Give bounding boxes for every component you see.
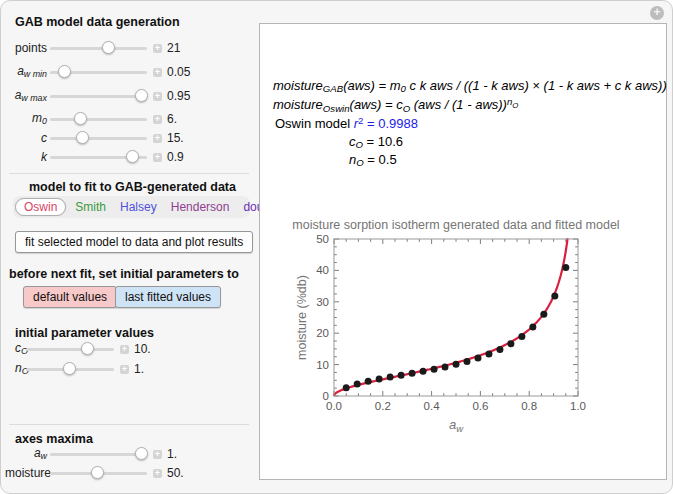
y-tick-label: 40 bbox=[316, 264, 329, 276]
slider-m0: m0+6. bbox=[5, 111, 177, 127]
isotherm-plot: moisture sorption isotherm generated dat… bbox=[272, 217, 662, 439]
x-tick-label: 0.6 bbox=[472, 400, 488, 412]
slider-thumb[interactable] bbox=[76, 131, 89, 144]
slider-aw-max-axis: aw+1. bbox=[5, 446, 177, 462]
x-tick-label: 0.4 bbox=[424, 400, 441, 412]
model-option-henderson[interactable]: Henderson bbox=[164, 200, 237, 214]
data-point bbox=[442, 363, 449, 370]
slider-value: 0.95 bbox=[167, 89, 190, 103]
data-point bbox=[431, 366, 438, 373]
fitted-curve bbox=[334, 239, 567, 395]
text-segment: = 10.6 bbox=[363, 134, 403, 149]
text-segment: (aws / (1 - aws)) bbox=[410, 97, 507, 112]
slider-aw-max: aw max+0.95 bbox=[5, 88, 190, 104]
y-tick-label: 20 bbox=[316, 327, 329, 339]
value-stepper-icon[interactable]: + bbox=[120, 365, 129, 374]
manipulate-options-icon[interactable]: + bbox=[650, 6, 664, 20]
value-stepper-icon[interactable]: + bbox=[153, 44, 162, 53]
slider-track[interactable] bbox=[50, 453, 147, 456]
text-segment: moisture bbox=[273, 97, 323, 112]
value-stepper-icon[interactable]: + bbox=[153, 134, 162, 143]
value-stepper-icon[interactable]: + bbox=[153, 469, 162, 478]
data-point bbox=[474, 355, 481, 362]
x-tick-label: 0.8 bbox=[521, 400, 537, 412]
y-tick-label: 30 bbox=[316, 296, 329, 308]
text-segment: m bbox=[32, 111, 42, 125]
slider-label: moisture bbox=[5, 466, 47, 480]
text-segment: Oswin model bbox=[275, 116, 354, 131]
default-values-button[interactable]: default values bbox=[23, 286, 117, 308]
slider-label: k bbox=[5, 150, 47, 164]
slider-c: c+15. bbox=[5, 130, 184, 146]
slider-label: aw min bbox=[5, 64, 47, 79]
data-point bbox=[387, 374, 394, 381]
y-axis-label: moisture (%db) bbox=[295, 275, 309, 360]
section-title-init-params: before next fit, set initial parameters … bbox=[9, 267, 239, 281]
x-tick-label: 1.0 bbox=[570, 400, 586, 412]
text-segment: c k aws / ((1 - k aws) × (1 - k aws + c … bbox=[406, 78, 667, 93]
slider-thumb[interactable] bbox=[74, 112, 87, 125]
text-segment: points bbox=[15, 41, 47, 55]
slider-value: 50. bbox=[167, 466, 184, 480]
text-segment: O bbox=[512, 101, 518, 110]
slider-track[interactable] bbox=[50, 71, 147, 74]
y-tick-label: 10 bbox=[316, 359, 329, 371]
slider-thumb[interactable] bbox=[135, 447, 148, 460]
slider-track[interactable] bbox=[26, 348, 114, 351]
text-segment: = 0.5 bbox=[364, 152, 397, 167]
text-segment: = 0.9988 bbox=[363, 116, 418, 131]
model-option-smith[interactable]: Smith bbox=[68, 200, 113, 214]
r-squared-line: Oswin model r2 = 0.9988 bbox=[275, 115, 418, 131]
slider-thumb[interactable] bbox=[102, 41, 115, 54]
text-segment: GAB bbox=[323, 83, 343, 94]
slider-thumb[interactable] bbox=[81, 342, 94, 355]
slider-thumb[interactable] bbox=[126, 150, 139, 163]
value-stepper-icon[interactable]: + bbox=[153, 153, 162, 162]
divider bbox=[9, 173, 249, 174]
fit-button[interactable]: fit selected model to data and plot resu… bbox=[15, 231, 253, 253]
x-axis-label: aw bbox=[449, 417, 464, 434]
text-segment: w bbox=[41, 452, 47, 462]
value-stepper-icon[interactable]: + bbox=[120, 345, 129, 354]
slider-cO: cO+10. bbox=[15, 341, 151, 357]
slider-value: 1. bbox=[134, 362, 144, 376]
slider-track[interactable] bbox=[50, 47, 147, 50]
model-option-halsey[interactable]: Halsey bbox=[113, 200, 164, 214]
model-selector: OswinSmithHalseyHendersondouble power bbox=[13, 196, 250, 218]
slider-thumb[interactable] bbox=[91, 466, 104, 479]
model-option-oswin[interactable]: Oswin bbox=[15, 198, 66, 216]
slider-label: points bbox=[5, 41, 47, 55]
section-title-initial-values: initial parameter values bbox=[15, 326, 154, 340]
slider-thumb[interactable] bbox=[58, 65, 71, 78]
slider-track[interactable] bbox=[50, 95, 147, 98]
data-point bbox=[376, 376, 383, 383]
last-fitted-values-button[interactable]: last fitted values bbox=[115, 286, 221, 308]
text-segment: k bbox=[41, 150, 47, 164]
y-tick-label: 50 bbox=[316, 233, 329, 245]
slider-track[interactable] bbox=[26, 368, 114, 371]
section-title-model: model to fit to GAB-generated data bbox=[29, 180, 236, 194]
value-stepper-icon[interactable]: + bbox=[153, 68, 162, 77]
text-segment: w max bbox=[21, 94, 47, 104]
slider-thumb[interactable] bbox=[135, 89, 148, 102]
oswin-formula: moistureOswin(aws) = cO (aws / (1 - aws)… bbox=[273, 96, 518, 114]
slider-thumb[interactable] bbox=[63, 362, 76, 375]
slider-track[interactable] bbox=[50, 156, 147, 159]
slider-track[interactable] bbox=[50, 472, 147, 475]
manipulate-window: + GAB model data generation points+21 aw… bbox=[0, 0, 673, 494]
value-stepper-icon[interactable]: + bbox=[153, 450, 162, 459]
x-tick-label: 0.2 bbox=[375, 400, 391, 412]
slider-aw-min: aw min+0.05 bbox=[5, 64, 190, 80]
slider-value: 6. bbox=[167, 112, 177, 126]
text-segment: (aws) = bbox=[350, 97, 397, 112]
value-stepper-icon[interactable]: + bbox=[153, 92, 162, 101]
value-stepper-icon[interactable]: + bbox=[153, 115, 162, 124]
slider-value: 21 bbox=[167, 41, 180, 55]
slider-value: 15. bbox=[167, 131, 184, 145]
section-title-axes-maxima: axes maxima bbox=[15, 432, 93, 446]
slider-track[interactable] bbox=[50, 118, 147, 121]
slider-value: 1. bbox=[167, 447, 177, 461]
fitted-cO-line: cO = 10.6 bbox=[349, 134, 403, 150]
data-point bbox=[398, 372, 405, 379]
slider-track[interactable] bbox=[50, 137, 147, 140]
